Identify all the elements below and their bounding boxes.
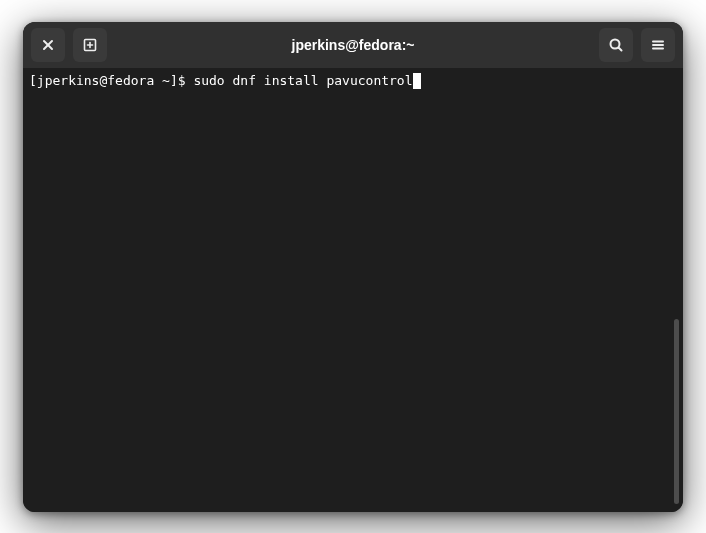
cursor: [413, 73, 421, 89]
shell-prompt: [jperkins@fedora ~]$: [29, 72, 193, 90]
terminal-window: jperkins@fedora:~ [jperkins@fedora ~]$ s…: [23, 22, 683, 512]
svg-line-6: [619, 47, 622, 50]
new-tab-icon: [82, 37, 98, 53]
terminal-line: [jperkins@fedora ~]$ sudo dnf install pa…: [29, 72, 677, 90]
terminal-viewport[interactable]: [jperkins@fedora ~]$ sudo dnf install pa…: [23, 68, 683, 512]
titlebar-left-controls: [31, 28, 107, 62]
titlebar-right-controls: [599, 28, 675, 62]
close-button[interactable]: [31, 28, 65, 62]
search-button[interactable]: [599, 28, 633, 62]
search-icon: [608, 37, 624, 53]
scrollbar-thumb[interactable]: [674, 319, 679, 504]
close-icon: [40, 37, 56, 53]
menu-button[interactable]: [641, 28, 675, 62]
command-input: sudo dnf install pavucontrol: [193, 72, 412, 90]
titlebar: jperkins@fedora:~: [23, 22, 683, 68]
hamburger-icon: [650, 37, 666, 53]
new-tab-button[interactable]: [73, 28, 107, 62]
window-title: jperkins@fedora:~: [115, 37, 591, 53]
